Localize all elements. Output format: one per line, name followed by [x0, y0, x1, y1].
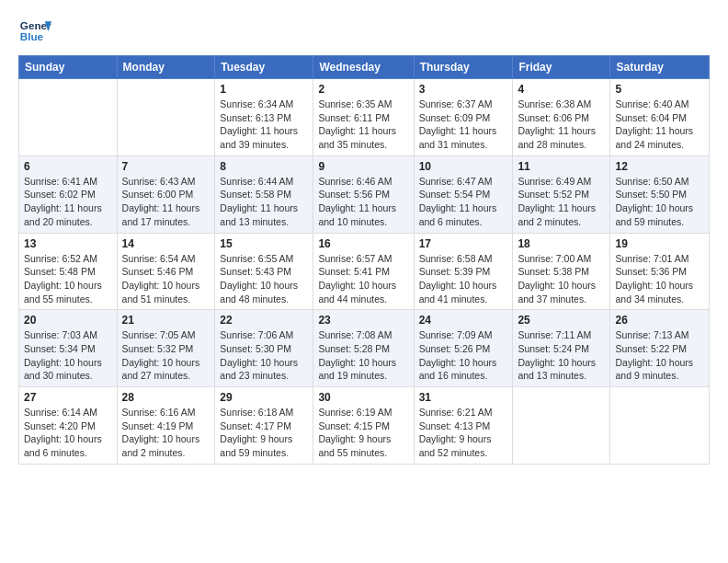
- calendar-cell: 9Sunrise: 6:46 AM Sunset: 5:56 PM Daylig…: [313, 155, 414, 233]
- day-info: Sunrise: 7:01 AM Sunset: 5:36 PM Dayligh…: [615, 252, 704, 306]
- day-number: 20: [24, 314, 112, 327]
- day-number: 27: [24, 391, 112, 404]
- calendar-cell: 18Sunrise: 7:00 AM Sunset: 5:38 PM Dayli…: [513, 233, 610, 310]
- calendar-table: SundayMondayTuesdayWednesdayThursdayFrid…: [18, 55, 710, 465]
- logo: General Blue: [18, 15, 51, 48]
- day-number: 19: [615, 237, 704, 250]
- calendar-cell: 20Sunrise: 7:03 AM Sunset: 5:34 PM Dayli…: [19, 310, 118, 387]
- day-info: Sunrise: 7:08 AM Sunset: 5:28 PM Dayligh…: [318, 328, 408, 383]
- calendar-cell: 28Sunrise: 6:16 AM Sunset: 4:19 PM Dayli…: [117, 387, 215, 465]
- day-number: 1: [220, 83, 308, 96]
- day-info: Sunrise: 6:49 AM Sunset: 5:52 PM Dayligh…: [518, 175, 605, 229]
- day-number: 30: [318, 391, 408, 404]
- day-info: Sunrise: 6:50 AM Sunset: 5:50 PM Dayligh…: [615, 175, 704, 229]
- week-row: 1Sunrise: 6:34 AM Sunset: 6:13 PM Daylig…: [19, 79, 710, 156]
- calendar-cell: 12Sunrise: 6:50 AM Sunset: 5:50 PM Dayli…: [610, 155, 710, 233]
- calendar-cell: 30Sunrise: 6:19 AM Sunset: 4:15 PM Dayli…: [313, 387, 414, 465]
- day-number: 31: [419, 391, 508, 404]
- day-info: Sunrise: 7:00 AM Sunset: 5:38 PM Dayligh…: [518, 252, 605, 306]
- calendar-cell: 10Sunrise: 6:47 AM Sunset: 5:54 PM Dayli…: [414, 155, 513, 233]
- calendar-cell: 11Sunrise: 6:49 AM Sunset: 5:52 PM Dayli…: [513, 155, 610, 233]
- header-row: SundayMondayTuesdayWednesdayThursdayFrid…: [19, 56, 710, 79]
- day-number: 3: [419, 83, 508, 96]
- calendar-cell: [513, 387, 610, 465]
- header-day: Thursday: [414, 56, 513, 79]
- calendar-cell: 6Sunrise: 6:41 AM Sunset: 6:02 PM Daylig…: [19, 155, 118, 233]
- header: General Blue: [18, 15, 710, 48]
- header-day: Friday: [513, 56, 610, 79]
- day-info: Sunrise: 6:38 AM Sunset: 6:06 PM Dayligh…: [518, 98, 605, 152]
- day-info: Sunrise: 6:58 AM Sunset: 5:39 PM Dayligh…: [419, 252, 508, 306]
- day-info: Sunrise: 7:05 AM Sunset: 5:32 PM Dayligh…: [122, 328, 210, 383]
- header-day: Monday: [117, 56, 215, 79]
- day-number: 8: [220, 160, 308, 173]
- day-info: Sunrise: 6:21 AM Sunset: 4:13 PM Dayligh…: [419, 406, 508, 460]
- calendar-cell: [19, 79, 118, 156]
- day-number: 7: [122, 160, 210, 173]
- day-info: Sunrise: 7:13 AM Sunset: 5:22 PM Dayligh…: [615, 328, 704, 383]
- day-info: Sunrise: 6:57 AM Sunset: 5:41 PM Dayligh…: [318, 252, 408, 306]
- week-row: 27Sunrise: 6:14 AM Sunset: 4:20 PM Dayli…: [19, 387, 710, 465]
- svg-text:Blue: Blue: [20, 30, 44, 42]
- day-info: Sunrise: 6:47 AM Sunset: 5:54 PM Dayligh…: [419, 175, 508, 229]
- day-info: Sunrise: 6:37 AM Sunset: 6:09 PM Dayligh…: [419, 98, 508, 152]
- day-number: 17: [419, 237, 508, 250]
- header-day: Tuesday: [215, 56, 313, 79]
- calendar-cell: 27Sunrise: 6:14 AM Sunset: 4:20 PM Dayli…: [19, 387, 118, 465]
- calendar-cell: 7Sunrise: 6:43 AM Sunset: 6:00 PM Daylig…: [117, 155, 215, 233]
- day-number: 23: [318, 314, 408, 327]
- day-number: 13: [24, 237, 112, 250]
- calendar-cell: 17Sunrise: 6:58 AM Sunset: 5:39 PM Dayli…: [414, 233, 513, 310]
- day-info: Sunrise: 6:55 AM Sunset: 5:43 PM Dayligh…: [220, 252, 308, 306]
- day-number: 22: [220, 314, 308, 327]
- day-number: 24: [419, 314, 508, 327]
- calendar-cell: 23Sunrise: 7:08 AM Sunset: 5:28 PM Dayli…: [313, 310, 414, 387]
- day-info: Sunrise: 6:16 AM Sunset: 4:19 PM Dayligh…: [122, 406, 210, 460]
- day-info: Sunrise: 6:18 AM Sunset: 4:17 PM Dayligh…: [220, 406, 308, 460]
- day-info: Sunrise: 6:54 AM Sunset: 5:46 PM Dayligh…: [122, 252, 210, 306]
- logo-icon: General Blue: [18, 15, 51, 48]
- day-info: Sunrise: 7:03 AM Sunset: 5:34 PM Dayligh…: [24, 328, 112, 383]
- day-number: 29: [220, 391, 308, 404]
- day-number: 10: [419, 160, 508, 173]
- calendar-cell: [610, 387, 710, 465]
- calendar-cell: 16Sunrise: 6:57 AM Sunset: 5:41 PM Dayli…: [313, 233, 414, 310]
- header-day: Sunday: [19, 56, 118, 79]
- day-info: Sunrise: 6:46 AM Sunset: 5:56 PM Dayligh…: [318, 175, 408, 229]
- day-info: Sunrise: 6:35 AM Sunset: 6:11 PM Dayligh…: [318, 98, 408, 152]
- day-info: Sunrise: 6:40 AM Sunset: 6:04 PM Dayligh…: [615, 98, 704, 152]
- day-info: Sunrise: 6:52 AM Sunset: 5:48 PM Dayligh…: [24, 252, 112, 306]
- calendar-cell: 19Sunrise: 7:01 AM Sunset: 5:36 PM Dayli…: [610, 233, 710, 310]
- day-number: 16: [318, 237, 408, 250]
- day-number: 15: [220, 237, 308, 250]
- day-number: 14: [122, 237, 210, 250]
- header-day: Saturday: [610, 56, 710, 79]
- day-number: 12: [615, 160, 704, 173]
- day-info: Sunrise: 6:14 AM Sunset: 4:20 PM Dayligh…: [24, 406, 112, 460]
- day-number: 18: [518, 237, 605, 250]
- day-info: Sunrise: 6:19 AM Sunset: 4:15 PM Dayligh…: [318, 406, 408, 460]
- day-number: 28: [122, 391, 210, 404]
- calendar-cell: 29Sunrise: 6:18 AM Sunset: 4:17 PM Dayli…: [215, 387, 313, 465]
- day-number: 9: [318, 160, 408, 173]
- day-number: 5: [615, 83, 704, 96]
- day-number: 21: [122, 314, 210, 327]
- day-number: 4: [518, 83, 605, 96]
- day-info: Sunrise: 6:43 AM Sunset: 6:00 PM Dayligh…: [122, 175, 210, 229]
- calendar-cell: 25Sunrise: 7:11 AM Sunset: 5:24 PM Dayli…: [513, 310, 610, 387]
- day-info: Sunrise: 7:09 AM Sunset: 5:26 PM Dayligh…: [419, 328, 508, 383]
- day-info: Sunrise: 6:44 AM Sunset: 5:58 PM Dayligh…: [220, 175, 308, 229]
- calendar-cell: 31Sunrise: 6:21 AM Sunset: 4:13 PM Dayli…: [414, 387, 513, 465]
- day-number: 25: [518, 314, 605, 327]
- day-info: Sunrise: 7:11 AM Sunset: 5:24 PM Dayligh…: [518, 328, 605, 383]
- page: General Blue SundayMondayTuesdayWednesda…: [0, 0, 728, 563]
- calendar-cell: [117, 79, 215, 156]
- calendar-cell: 26Sunrise: 7:13 AM Sunset: 5:22 PM Dayli…: [610, 310, 710, 387]
- calendar-cell: 13Sunrise: 6:52 AM Sunset: 5:48 PM Dayli…: [19, 233, 118, 310]
- calendar-cell: 2Sunrise: 6:35 AM Sunset: 6:11 PM Daylig…: [313, 79, 414, 156]
- day-info: Sunrise: 6:41 AM Sunset: 6:02 PM Dayligh…: [24, 175, 112, 229]
- calendar-cell: 5Sunrise: 6:40 AM Sunset: 6:04 PM Daylig…: [610, 79, 710, 156]
- week-row: 13Sunrise: 6:52 AM Sunset: 5:48 PM Dayli…: [19, 233, 710, 310]
- calendar-cell: 24Sunrise: 7:09 AM Sunset: 5:26 PM Dayli…: [414, 310, 513, 387]
- week-row: 6Sunrise: 6:41 AM Sunset: 6:02 PM Daylig…: [19, 155, 710, 233]
